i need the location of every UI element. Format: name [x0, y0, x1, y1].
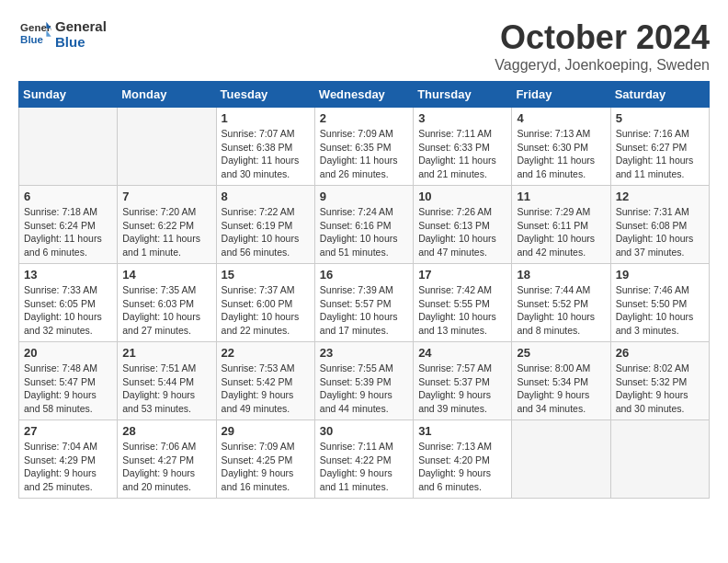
day-info: Sunrise: 7:16 AM Sunset: 6:27 PM Dayligh… — [616, 127, 704, 181]
calendar-cell: 14Sunrise: 7:35 AM Sunset: 6:03 PM Dayli… — [118, 264, 216, 342]
calendar-cell: 13Sunrise: 7:33 AM Sunset: 6:05 PM Dayli… — [19, 264, 118, 342]
day-number: 14 — [122, 268, 210, 282]
calendar-cell: 8Sunrise: 7:22 AM Sunset: 6:19 PM Daylig… — [216, 186, 314, 264]
day-info: Sunrise: 7:06 AM Sunset: 4:27 PM Dayligh… — [122, 440, 210, 494]
calendar-cell: 22Sunrise: 7:53 AM Sunset: 5:42 PM Dayli… — [216, 342, 314, 420]
day-number: 27 — [24, 424, 112, 438]
svg-text:Blue: Blue — [20, 34, 43, 45]
calendar-cell: 12Sunrise: 7:31 AM Sunset: 6:08 PM Dayli… — [610, 186, 709, 264]
day-info: Sunrise: 7:20 AM Sunset: 6:22 PM Dayligh… — [122, 205, 210, 259]
location-title: Vaggeryd, Joenkoeping, Sweden — [495, 57, 710, 74]
calendar-cell: 31Sunrise: 7:13 AM Sunset: 4:20 PM Dayli… — [414, 420, 512, 499]
day-info: Sunrise: 7:11 AM Sunset: 6:33 PM Dayligh… — [418, 127, 506, 181]
day-header-sunday: Sunday — [19, 82, 118, 108]
day-header-monday: Monday — [118, 82, 216, 108]
day-info: Sunrise: 7:07 AM Sunset: 6:38 PM Dayligh… — [222, 127, 310, 181]
day-info: Sunrise: 7:42 AM Sunset: 5:55 PM Dayligh… — [418, 283, 506, 338]
day-number: 31 — [418, 424, 506, 438]
week-row-2: 6Sunrise: 7:18 AM Sunset: 6:24 PM Daylig… — [19, 186, 710, 264]
day-number: 12 — [616, 190, 704, 203]
logo-icon: General Blue — [18, 20, 51, 48]
day-number: 21 — [122, 346, 210, 360]
calendar-cell: 18Sunrise: 7:44 AM Sunset: 5:52 PM Dayli… — [512, 264, 610, 342]
day-info: Sunrise: 8:02 AM Sunset: 5:32 PM Dayligh… — [616, 362, 704, 416]
calendar-cell: 21Sunrise: 7:51 AM Sunset: 5:44 PM Dayli… — [118, 342, 216, 420]
header-row: SundayMondayTuesdayWednesdayThursdayFrid… — [19, 82, 710, 108]
week-row-1: 1Sunrise: 7:07 AM Sunset: 6:38 PM Daylig… — [19, 108, 710, 186]
calendar-cell — [19, 108, 118, 186]
calendar-cell: 11Sunrise: 7:29 AM Sunset: 6:11 PM Dayli… — [512, 186, 610, 264]
day-number: 18 — [517, 268, 605, 282]
day-info: Sunrise: 7:37 AM Sunset: 6:00 PM Dayligh… — [222, 283, 310, 338]
calendar-cell: 30Sunrise: 7:11 AM Sunset: 4:22 PM Dayli… — [314, 420, 413, 499]
day-number: 30 — [320, 424, 408, 438]
week-row-5: 27Sunrise: 7:04 AM Sunset: 4:29 PM Dayli… — [19, 420, 710, 499]
calendar-cell: 16Sunrise: 7:39 AM Sunset: 5:57 PM Dayli… — [314, 264, 413, 342]
calendar-cell: 29Sunrise: 7:09 AM Sunset: 4:25 PM Dayli… — [216, 420, 314, 499]
day-number: 13 — [24, 268, 112, 282]
day-number: 26 — [616, 346, 704, 360]
calendar-cell: 4Sunrise: 7:13 AM Sunset: 6:30 PM Daylig… — [512, 108, 610, 186]
calendar-cell — [118, 108, 216, 186]
week-row-4: 20Sunrise: 7:48 AM Sunset: 5:47 PM Dayli… — [19, 342, 710, 420]
day-number: 20 — [24, 346, 112, 360]
day-info: Sunrise: 7:35 AM Sunset: 6:03 PM Dayligh… — [122, 283, 210, 338]
day-number: 11 — [517, 190, 605, 203]
day-info: Sunrise: 7:22 AM Sunset: 6:19 PM Dayligh… — [222, 205, 310, 259]
day-number: 15 — [222, 268, 310, 282]
day-number: 3 — [418, 111, 506, 125]
calendar-cell: 15Sunrise: 7:37 AM Sunset: 6:00 PM Dayli… — [216, 264, 314, 342]
day-info: Sunrise: 7:09 AM Sunset: 4:25 PM Dayligh… — [222, 440, 310, 494]
day-number: 5 — [616, 111, 704, 125]
day-number: 28 — [122, 424, 210, 438]
day-number: 22 — [222, 346, 310, 360]
day-info: Sunrise: 7:04 AM Sunset: 4:29 PM Dayligh… — [24, 440, 112, 494]
calendar-cell: 25Sunrise: 8:00 AM Sunset: 5:34 PM Dayli… — [512, 342, 610, 420]
day-info: Sunrise: 7:24 AM Sunset: 6:16 PM Dayligh… — [320, 205, 408, 259]
day-info: Sunrise: 7:44 AM Sunset: 5:52 PM Dayligh… — [517, 283, 605, 338]
day-number: 1 — [222, 111, 310, 125]
day-number: 7 — [122, 190, 210, 203]
calendar-cell: 10Sunrise: 7:26 AM Sunset: 6:13 PM Dayli… — [414, 186, 512, 264]
logo-general: General — [55, 18, 107, 34]
day-info: Sunrise: 7:18 AM Sunset: 6:24 PM Dayligh… — [24, 205, 112, 259]
day-header-saturday: Saturday — [610, 82, 709, 108]
calendar-cell: 24Sunrise: 7:57 AM Sunset: 5:37 PM Dayli… — [414, 342, 512, 420]
calendar-cell — [512, 420, 610, 499]
calendar-cell: 5Sunrise: 7:16 AM Sunset: 6:27 PM Daylig… — [610, 108, 709, 186]
day-info: Sunrise: 8:00 AM Sunset: 5:34 PM Dayligh… — [517, 362, 605, 416]
logo: General Blue General Blue — [18, 18, 107, 50]
day-info: Sunrise: 7:39 AM Sunset: 5:57 PM Dayligh… — [320, 283, 408, 338]
day-number: 10 — [418, 190, 506, 203]
calendar-cell: 20Sunrise: 7:48 AM Sunset: 5:47 PM Dayli… — [19, 342, 118, 420]
month-title: October 2024 — [495, 18, 710, 57]
day-info: Sunrise: 7:31 AM Sunset: 6:08 PM Dayligh… — [616, 205, 704, 259]
calendar-cell: 26Sunrise: 8:02 AM Sunset: 5:32 PM Dayli… — [610, 342, 709, 420]
week-row-3: 13Sunrise: 7:33 AM Sunset: 6:05 PM Dayli… — [19, 264, 710, 342]
logo-blue: Blue — [55, 34, 107, 50]
day-number: 16 — [320, 268, 408, 282]
day-info: Sunrise: 7:33 AM Sunset: 6:05 PM Dayligh… — [24, 283, 112, 338]
calendar-cell: 17Sunrise: 7:42 AM Sunset: 5:55 PM Dayli… — [414, 264, 512, 342]
day-number: 24 — [418, 346, 506, 360]
day-number: 23 — [320, 346, 408, 360]
day-number: 29 — [222, 424, 310, 438]
calendar-cell: 7Sunrise: 7:20 AM Sunset: 6:22 PM Daylig… — [118, 186, 216, 264]
calendar-cell: 27Sunrise: 7:04 AM Sunset: 4:29 PM Dayli… — [19, 420, 118, 499]
day-number: 4 — [517, 111, 605, 125]
day-number: 9 — [320, 190, 408, 203]
day-info: Sunrise: 7:53 AM Sunset: 5:42 PM Dayligh… — [222, 362, 310, 416]
day-header-tuesday: Tuesday — [216, 82, 314, 108]
day-number: 8 — [222, 190, 310, 203]
calendar-cell: 28Sunrise: 7:06 AM Sunset: 4:27 PM Dayli… — [118, 420, 216, 499]
day-header-thursday: Thursday — [414, 82, 512, 108]
day-number: 17 — [418, 268, 506, 282]
day-header-friday: Friday — [512, 82, 610, 108]
day-info: Sunrise: 7:48 AM Sunset: 5:47 PM Dayligh… — [24, 362, 112, 416]
day-info: Sunrise: 7:11 AM Sunset: 4:22 PM Dayligh… — [320, 440, 408, 494]
day-number: 25 — [517, 346, 605, 360]
calendar-table: SundayMondayTuesdayWednesdayThursdayFrid… — [18, 81, 710, 499]
day-info: Sunrise: 7:26 AM Sunset: 6:13 PM Dayligh… — [418, 205, 506, 259]
calendar-cell: 3Sunrise: 7:11 AM Sunset: 6:33 PM Daylig… — [414, 108, 512, 186]
calendar-cell: 23Sunrise: 7:55 AM Sunset: 5:39 PM Dayli… — [314, 342, 413, 420]
